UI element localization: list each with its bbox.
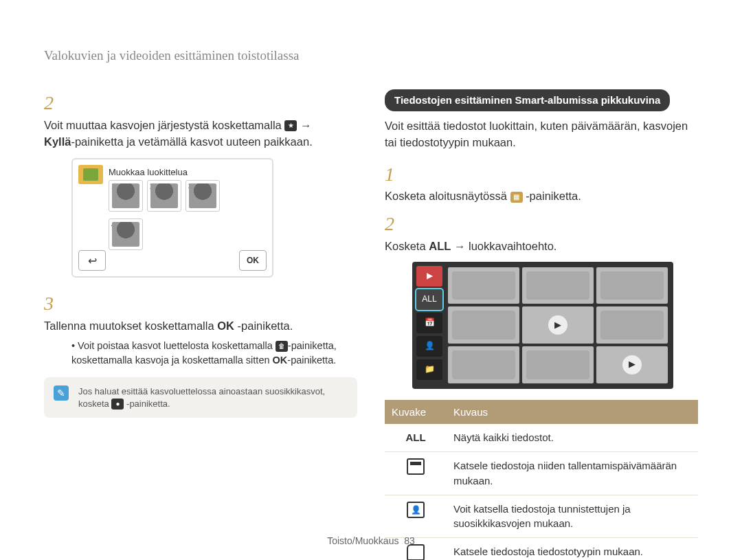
step-number-2: 2 <box>44 89 62 117</box>
step-2r-prefix: Kosketa <box>385 240 429 252</box>
grid-thumb[interactable] <box>596 306 668 344</box>
step-1-suffix: -painiketta. <box>526 190 581 202</box>
kylla-label: Kyllä <box>44 135 71 148</box>
page-header: Valokuvien ja videoiden esittäminen tois… <box>44 48 299 63</box>
grid-thumb[interactable] <box>448 306 519 344</box>
intro-text: Voit esittää tiedostot luokittain, kuten… <box>385 118 698 151</box>
step-2r-suffix: → luokkavaihtoehto. <box>454 240 557 252</box>
grid-thumb[interactable] <box>522 346 594 383</box>
arrow-icon: → <box>300 119 312 131</box>
table-header-icon: Kuvake <box>385 400 447 425</box>
step-1-text: Kosketa aloitusnäytössä ▦ -painiketta. <box>385 188 680 205</box>
grid-thumb[interactable] <box>448 267 519 304</box>
face-tab[interactable]: 👤 <box>416 336 442 357</box>
grid-thumb[interactable] <box>448 346 519 383</box>
play-tab[interactable]: ▶ <box>416 266 442 287</box>
face-thumb-1[interactable]: 1★ <box>109 180 143 212</box>
note-box-left: ✎ Jos haluat esittää kasvoluettelossa ai… <box>44 377 357 418</box>
footer-section: Toisto/Muokkaus <box>327 535 398 546</box>
section-heading: Tiedostojen esittäminen Smart-albumissa … <box>385 89 670 111</box>
ok-button[interactable]: OK <box>239 250 267 271</box>
auto-off-icon: ● <box>111 399 124 410</box>
edit-ranking-screenshot: Muokkaa luokittelua 1★ 2★ 3★ 4★ ↩ OK <box>71 158 273 278</box>
screenshot-title: Muokkaa luokittelua <box>109 166 188 179</box>
footer-page: 83 <box>404 535 415 546</box>
folder-tab[interactable]: 📁 <box>416 359 442 380</box>
grid-thumb[interactable] <box>596 267 668 304</box>
step-3-text: Tallenna muutokset koskettamalla OK -pai… <box>44 318 339 335</box>
ok-text-icon: OK <box>217 320 234 332</box>
step-number-1: 1 <box>385 161 403 189</box>
desc-face: Voit katsella tiedostoja tunnistettujen … <box>447 495 698 538</box>
left-column: 2 Voit muuttaa kasvojen järjestystä kosk… <box>44 89 357 560</box>
face-thumb-2[interactable]: 2★ <box>147 180 181 212</box>
icon-all: ALL <box>385 424 447 451</box>
desc-date: Katsele tiedostoja niiden tallentamispäi… <box>447 452 698 495</box>
table-header-desc: Kuvaus <box>447 400 698 425</box>
all-tab[interactable]: ALL <box>416 289 442 310</box>
face-thumb-4[interactable]: 4★ <box>109 219 143 250</box>
trash-icon: 🗑 <box>276 341 288 352</box>
bullet-prefix: Voit poistaa kasvot luettelosta kosketta… <box>78 340 276 351</box>
step-2-text: Voit muuttaa kasvojen järjestystä kosket… <box>44 117 339 150</box>
page-footer: Toisto/Muokkaus 83 <box>0 535 742 546</box>
date-tab[interactable]: 📅 <box>416 313 442 333</box>
step-2r-text: Kosketa ALL → luokkavaihtoehto. <box>385 238 680 255</box>
step-number-3: 3 <box>44 290 62 318</box>
face-thumb-3[interactable]: 3★ <box>186 180 220 212</box>
calendar-icon <box>385 452 447 495</box>
face-icon: 👤 <box>385 495 447 538</box>
right-column: Tiedostojen esittäminen Smart-albumissa … <box>385 89 698 560</box>
grid-thumb[interactable] <box>522 267 594 304</box>
grid-thumb-video[interactable] <box>522 306 594 344</box>
bullet-suffix: -painiketta. <box>287 355 336 366</box>
step-3-prefix: Tallenna muutokset koskettamalla <box>44 320 217 332</box>
step-3-suffix: -painiketta. <box>238 320 293 332</box>
step-2-suffix: -painiketta ja vetämällä kasvot uuteen p… <box>71 135 312 148</box>
ranking-mode-icon <box>78 165 103 184</box>
back-button[interactable]: ↩ <box>78 250 106 271</box>
all-label: ALL <box>429 240 451 252</box>
note-icon: ✎ <box>54 385 69 401</box>
star123-icon: ★ <box>284 120 297 131</box>
desc-all: Näytä kaikki tiedostot. <box>447 424 698 451</box>
step-number-2r: 2 <box>385 210 403 238</box>
grid-thumb-video[interactable] <box>596 346 668 383</box>
note-suffix: -painiketta. <box>126 399 170 409</box>
step-1-prefix: Kosketa aloitusnäytössä <box>385 190 510 202</box>
step-3-bullet: • Voit poistaa kasvot luettelosta kosket… <box>71 339 357 368</box>
step-2-prefix: Voit muuttaa kasvojen järjestystä kosket… <box>44 119 284 131</box>
ok-text-icon: OK <box>273 355 288 366</box>
smart-album-screenshot: ▶ ALL 📅 👤 📁 <box>412 262 673 389</box>
album-icon: ▦ <box>510 192 523 203</box>
